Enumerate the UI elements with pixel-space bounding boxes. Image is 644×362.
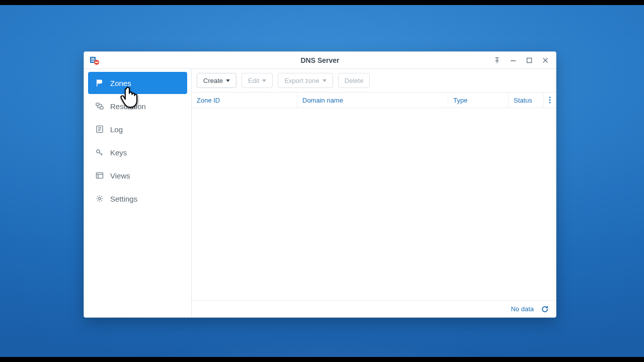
minimize-button[interactable] <box>506 53 521 67</box>
delete-button[interactable]: Delete <box>338 73 370 88</box>
column-label: Zone ID <box>197 97 220 104</box>
edit-button[interactable]: Edit <box>242 73 273 88</box>
letterbox <box>0 0 644 5</box>
main-panel: Create Edit Export zone Delete <box>192 69 556 317</box>
pin-button[interactable] <box>490 53 505 67</box>
toolbar: Create Edit Export zone Delete <box>192 69 556 92</box>
svg-rect-1 <box>91 58 95 59</box>
sidebar-item-zones[interactable]: Zones <box>88 72 187 94</box>
status-text: No data <box>511 305 534 313</box>
desktop: DNS Server <box>0 0 644 362</box>
button-label: Create <box>203 77 223 84</box>
window-body: Zones Resolution <box>84 69 556 317</box>
sidebar-item-label: Log <box>110 125 123 134</box>
sidebar-item-resolution[interactable]: Resolution <box>88 95 187 117</box>
chevron-down-icon <box>323 79 327 82</box>
column-label: Status <box>514 97 532 104</box>
window-title: DNS Server <box>84 56 556 64</box>
column-options-button[interactable] <box>544 93 556 108</box>
svg-rect-9 <box>100 107 103 109</box>
refresh-button[interactable] <box>541 305 549 313</box>
column-zone-id[interactable]: Zone ID <box>192 93 297 108</box>
chevron-down-icon <box>262 79 266 82</box>
refresh-icon <box>541 305 549 313</box>
svg-point-11 <box>97 150 100 153</box>
export-zone-button[interactable]: Export zone <box>278 73 333 88</box>
table-header: Zone ID Domain name Type Status <box>192 92 556 108</box>
svg-point-15 <box>549 100 551 101</box>
button-label: Delete <box>345 77 364 84</box>
column-label: Type <box>453 97 467 104</box>
dns-server-window: DNS Server <box>84 51 556 318</box>
sidebar-item-label: Zones <box>110 79 131 87</box>
views-icon <box>95 171 104 179</box>
sidebar-item-label: Settings <box>110 195 137 203</box>
svg-rect-3 <box>91 61 95 62</box>
titlebar: DNS Server <box>84 52 556 69</box>
window-controls <box>490 53 556 67</box>
button-label: Edit <box>248 77 259 84</box>
table-body <box>192 108 556 300</box>
sidebar: Zones Resolution <box>84 69 192 317</box>
sidebar-item-label: Resolution <box>110 102 146 111</box>
gear-icon <box>95 195 104 203</box>
svg-rect-8 <box>96 103 99 106</box>
button-label: Export zone <box>284 77 319 84</box>
sidebar-item-views[interactable]: Views <box>88 164 187 187</box>
create-button[interactable]: Create <box>197 73 236 88</box>
column-label: Domain name <box>302 97 343 104</box>
column-status[interactable]: Status <box>509 93 544 108</box>
key-icon <box>95 148 104 156</box>
statusbar: No data <box>192 300 556 317</box>
sidebar-item-settings[interactable]: Settings <box>88 188 187 210</box>
svg-rect-7 <box>527 58 532 62</box>
svg-rect-6 <box>511 60 516 61</box>
column-domain-name[interactable]: Domain name <box>297 93 448 108</box>
chevron-down-icon <box>226 79 230 82</box>
svg-point-16 <box>549 102 551 104</box>
app-icon <box>89 55 100 66</box>
svg-rect-12 <box>97 173 103 178</box>
column-type[interactable]: Type <box>448 93 509 108</box>
svg-rect-5 <box>95 62 98 63</box>
sidebar-item-label: Views <box>110 171 130 180</box>
svg-rect-2 <box>91 59 95 60</box>
maximize-button[interactable] <box>522 53 537 67</box>
more-vertical-icon <box>549 97 551 104</box>
letterbox <box>0 357 644 362</box>
log-icon <box>95 125 104 133</box>
svg-point-14 <box>549 97 551 99</box>
close-button[interactable] <box>538 53 553 67</box>
flag-icon <box>95 79 104 87</box>
sidebar-item-log[interactable]: Log <box>88 118 187 140</box>
sidebar-item-keys[interactable]: Keys <box>88 141 187 163</box>
sidebar-item-label: Keys <box>110 148 127 157</box>
resolution-icon <box>95 102 104 110</box>
svg-point-13 <box>99 198 101 200</box>
